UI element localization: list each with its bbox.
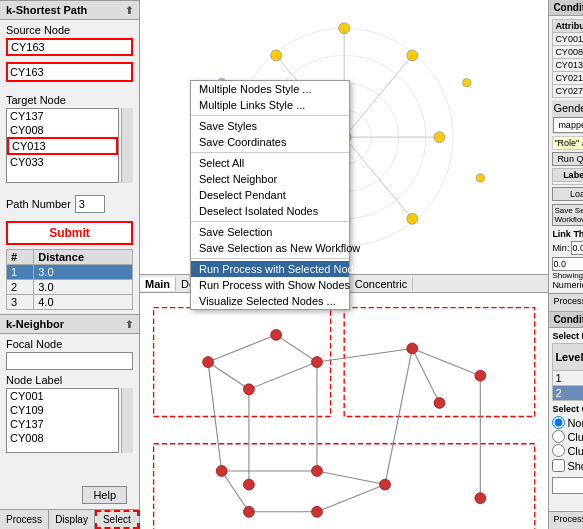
show-border-checkbox[interactable] xyxy=(552,459,565,472)
path-number-input[interactable] xyxy=(75,195,105,213)
save-as-workflow-button[interactable]: Save Selection as a New Workflow xyxy=(552,204,583,226)
scrollbar[interactable] xyxy=(121,108,133,183)
radio-cluster2[interactable] xyxy=(552,444,565,457)
result-row-1[interactable]: 1 3.0 xyxy=(7,265,133,280)
threshold-value-input-1[interactable] xyxy=(552,257,583,271)
radio-cluster1[interactable] xyxy=(552,430,565,443)
help-button[interactable]: Help xyxy=(82,486,127,504)
help-row: Help xyxy=(0,481,139,509)
svg-line-13 xyxy=(344,55,412,137)
menu-deselect-pendant[interactable]: Deselect Pendant xyxy=(191,187,349,203)
attribute-table: Attribute Type Value CY001 Employees CY0… xyxy=(552,19,583,98)
top-graph-container: Multiple Nodes Style ... Multiple Links … xyxy=(140,0,548,293)
menu-save-coordinates[interactable]: Save Coordinates xyxy=(191,134,349,150)
tab-select[interactable]: Select xyxy=(95,510,139,529)
filter-value-select[interactable]: mapper xyxy=(553,117,583,133)
cluster-row-2[interactable]: 2 952 xyxy=(553,386,583,401)
result-num-1: 1 xyxy=(7,265,34,280)
attr-row-cy008[interactable]: CY008 Employees xyxy=(553,46,583,59)
cluster-level-2: 2 xyxy=(553,386,583,401)
svg-line-32 xyxy=(412,349,480,376)
attr-row-cy001[interactable]: CY001 Employees xyxy=(553,33,583,46)
menu-multiple-nodes-style[interactable]: Multiple Nodes Style ... xyxy=(191,81,349,97)
top-tab-concentric[interactable]: Concentric xyxy=(350,277,414,291)
results-table: # Distance 1 3.0 2 3.0 3 4.0 xyxy=(6,249,133,310)
tab-process[interactable]: Process xyxy=(0,510,49,529)
node-cy001[interactable]: CY001 xyxy=(7,389,118,403)
top-graph-area[interactable]: Multiple Nodes Style ... Multiple Links … xyxy=(140,0,548,274)
result-num-2: 2 xyxy=(7,280,34,295)
result-row-3[interactable]: 3 4.0 xyxy=(7,295,133,310)
menu-sep-2 xyxy=(191,152,349,153)
target-node-list[interactable]: CY137 CY008 CY013 CY033 xyxy=(6,108,119,183)
menu-save-new-workflow[interactable]: Save Selection as New Workflow xyxy=(191,240,349,256)
submit-button[interactable]: Submit xyxy=(6,221,133,245)
radio-cluster2-row: Cluster 2 xyxy=(552,444,583,457)
target-node-cy033[interactable]: CY033 xyxy=(7,155,118,169)
attr-cy027-label: CY027 xyxy=(553,85,583,98)
svg-point-55 xyxy=(243,507,254,518)
k-neighbor-collapse-icon[interactable]: ⬆ xyxy=(125,319,133,330)
menu-visualize-selected[interactable]: Visualize Selected Nodes ... xyxy=(191,293,349,309)
k-neighbor-title: k-Neighbor xyxy=(6,318,64,330)
svg-line-28 xyxy=(208,362,249,389)
source-node-input[interactable] xyxy=(6,38,133,56)
radio-none[interactable] xyxy=(552,416,565,429)
node-set-header-label: Label xyxy=(553,169,583,182)
node-cy109[interactable]: CY109 xyxy=(7,403,118,417)
svg-line-15 xyxy=(344,137,412,219)
svg-line-39 xyxy=(222,471,249,512)
context-menu: Multiple Nodes Style ... Multiple Links … xyxy=(190,80,350,310)
target-node-section: Target Node CY137 CY008 CY013 CY033 xyxy=(0,90,139,187)
menu-run-selected-nodes[interactable]: Run Process with Selected Nodes xyxy=(191,261,349,277)
svg-point-52 xyxy=(243,479,254,490)
menu-save-styles[interactable]: Save Styles xyxy=(191,118,349,134)
menu-run-show-nodes[interactable]: Run Process with Show Nodes xyxy=(191,277,349,293)
svg-point-56 xyxy=(312,507,323,518)
cluster-submit-button[interactable]: Submit xyxy=(552,477,583,494)
menu-deselect-isolated[interactable]: Deselect Isolated Nodes xyxy=(191,203,349,219)
tab-display[interactable]: Display xyxy=(49,510,95,529)
result-dist-2: 3.0 xyxy=(34,280,133,295)
run-query-button[interactable]: Run Query xyxy=(552,152,583,166)
path-number-label: Path Number xyxy=(6,198,71,210)
svg-line-30 xyxy=(249,362,317,389)
middle-area: Multiple Nodes Style ... Multiple Links … xyxy=(140,0,548,529)
results-header-num: # xyxy=(7,250,34,265)
attr-row-cy027[interactable]: CY027 Employees xyxy=(553,85,583,98)
top-tab-main[interactable]: Main xyxy=(140,277,176,291)
attr-cy021-label: CY021 xyxy=(553,72,583,85)
node-cy008[interactable]: CY008 xyxy=(7,431,118,445)
menu-multiple-links-style[interactable]: Multiple Links Style ... xyxy=(191,97,349,113)
threshold-min-input[interactable] xyxy=(571,241,583,255)
menu-sep-3 xyxy=(191,221,349,222)
svg-point-50 xyxy=(434,398,445,409)
attr-row-cy013[interactable]: CY013 Employees xyxy=(553,59,583,72)
attr-cy013-label: CY013 xyxy=(553,59,583,72)
bottom-graph-area[interactable] xyxy=(140,293,548,529)
cluster-row-1[interactable]: 1 1 1 xyxy=(553,371,583,386)
results-header-distance: Distance xyxy=(34,250,133,265)
collapse-icon[interactable]: ⬆ xyxy=(125,5,133,16)
right-bottom-tab-process[interactable]: Process xyxy=(549,512,583,529)
node-label-list[interactable]: CY001 CY109 CY137 CY008 xyxy=(6,388,119,453)
target-node-cy137[interactable]: CY137 xyxy=(7,109,118,123)
menu-save-selection[interactable]: Save Selection xyxy=(191,224,349,240)
node-set-row-1[interactable] xyxy=(553,182,583,185)
radio-cluster2-label: Cluster 2 xyxy=(567,445,583,457)
target-node-cy008[interactable]: CY008 xyxy=(7,123,118,137)
neighbor-scrollbar[interactable] xyxy=(121,388,133,453)
threshold-inputs: Min: Max: xyxy=(552,241,583,255)
focal-node-input[interactable] xyxy=(6,352,133,370)
attr-row-cy021[interactable]: CY021 Employees xyxy=(553,72,583,85)
bottom-graph-svg xyxy=(140,293,548,529)
node-cy137[interactable]: CY137 xyxy=(7,417,118,431)
menu-select-all[interactable]: Select All xyxy=(191,155,349,171)
menu-select-neighbor[interactable]: Select Neighbor xyxy=(191,171,349,187)
result-row-2[interactable]: 2 3.0 xyxy=(7,280,133,295)
load-button[interactable]: Load xyxy=(552,187,583,201)
right-tab-process[interactable]: Process xyxy=(549,294,583,311)
left-panel-scroll: Source Node CY163 Target Node CY137 CY00… xyxy=(0,20,139,481)
cluster-options: None Cluster 1 Cluster 2 xyxy=(552,416,583,457)
target-node-cy013[interactable]: CY013 xyxy=(7,137,118,155)
